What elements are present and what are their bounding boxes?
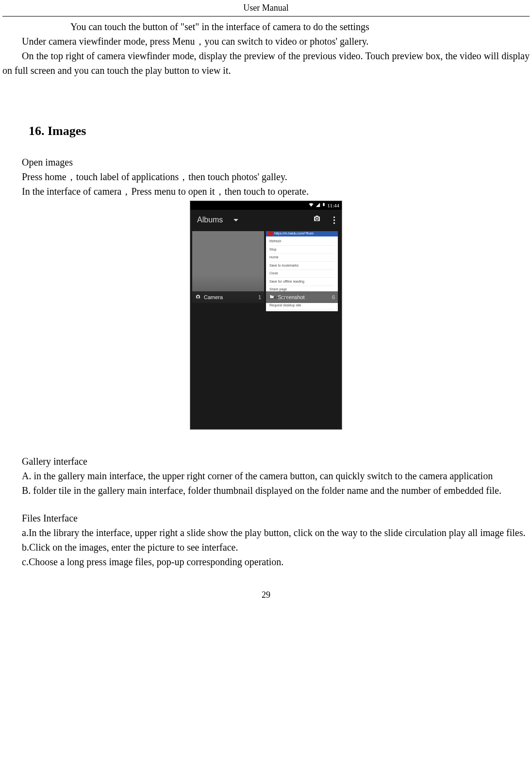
page-header: User Manual xyxy=(2,0,530,17)
section-heading: 16. Images xyxy=(29,121,530,140)
open-images-l2: Press home，touch label of applications，t… xyxy=(2,169,530,184)
page-number: 29 xyxy=(2,589,530,606)
camera-icon[interactable] xyxy=(312,214,322,226)
statusbar-time: 11:44 xyxy=(327,202,339,210)
gallery-toolbar: Albums xyxy=(190,210,342,230)
statusbar: 11:44 xyxy=(190,201,342,210)
menu-item: Save to bookmarks xyxy=(269,262,334,270)
signal-icon xyxy=(316,202,320,210)
menu-item: Close xyxy=(269,270,334,278)
gallery-body: Camera 1 https://m.baidu.com/?from Refre… xyxy=(190,230,342,429)
browser-url: https://m.baidu.com/?from xyxy=(274,231,314,236)
dropdown-icon[interactable] xyxy=(233,219,238,221)
album-camera[interactable]: Camera 1 xyxy=(192,231,264,303)
album-camera-count: 1 xyxy=(258,293,261,302)
gallery-interface-title: Gallery interface xyxy=(2,454,530,469)
files-interface-b: b.Click on the images, enter the picture… xyxy=(2,540,530,555)
intro-line1: You can touch the button of "set" in the… xyxy=(2,19,530,34)
embedded-screenshot: 11:44 Albums xyxy=(190,201,342,430)
menu-item: Home xyxy=(269,254,334,262)
album-screenshot[interactable]: https://m.baidu.com/?from Refresh Stop H… xyxy=(266,231,338,303)
album-screenshot-label: Screenshot xyxy=(278,293,305,302)
camera-folder-icon xyxy=(195,293,201,302)
album-camera-label: Camera xyxy=(204,293,223,302)
header-title: User Manual xyxy=(243,3,288,13)
files-interface-a: a.In the library the interface, upper ri… xyxy=(2,525,530,540)
menu-item: Save for offline reading xyxy=(269,278,334,286)
wifi-icon xyxy=(308,202,314,210)
files-interface-title: Files Interface xyxy=(2,511,530,525)
intro-line2: Under camera viewfinder mode, press Menu… xyxy=(2,34,530,49)
gallery-interface-a: A. in the gallery main interface, the up… xyxy=(2,469,530,483)
open-images-l3: In the interface of camera，Press menu to… xyxy=(2,184,530,199)
battery-icon xyxy=(322,202,326,210)
menu-item: Refresh xyxy=(269,238,334,246)
overflow-icon[interactable] xyxy=(333,217,335,224)
browser-badge-icon xyxy=(268,231,273,236)
album-screenshot-count: 6 xyxy=(332,293,335,302)
intro-line3: On the top right of camera viewfinder mo… xyxy=(2,49,530,78)
files-interface-c: c.Choose a long press image files, pop-u… xyxy=(2,555,530,569)
toolbar-title[interactable]: Albums xyxy=(197,214,223,226)
menu-item: Stop xyxy=(269,246,334,254)
open-images-l1: Open images xyxy=(2,155,530,169)
folder-icon xyxy=(269,293,275,302)
gallery-interface-b: B. folder tile in the gallery main inter… xyxy=(2,483,530,498)
